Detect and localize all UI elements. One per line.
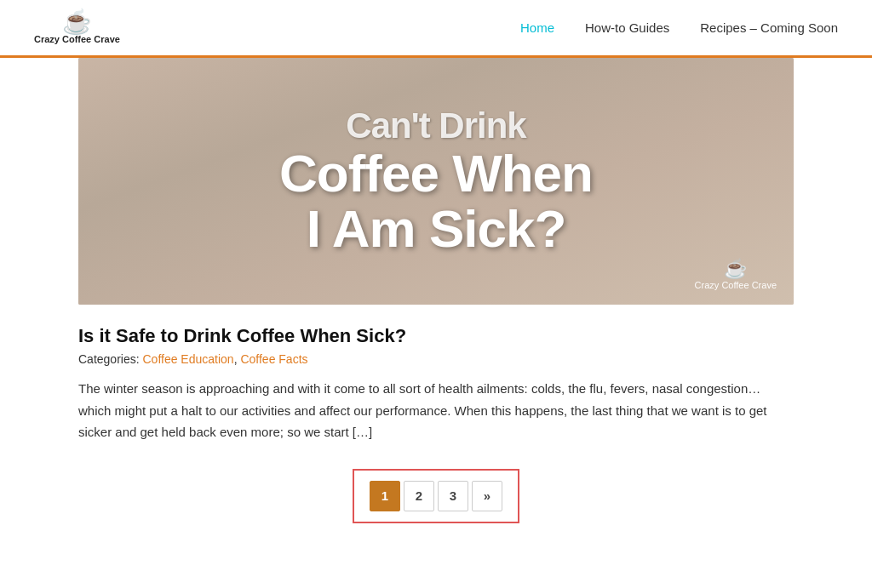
logo-text: Crazy Coffee Crave — [34, 34, 120, 45]
site-logo[interactable]: ☕ Crazy Coffee Crave — [34, 10, 120, 45]
page-button-1[interactable]: 1 — [370, 481, 400, 511]
site-header: ☕ Crazy Coffee Crave Home How-to Guides … — [0, 0, 872, 58]
hero-text-container: Can't Drink Coffee When I Am Sick? — [78, 58, 794, 305]
watermark-icon: ☕ — [724, 258, 747, 280]
watermark-text: Crazy Coffee Crave — [695, 280, 777, 291]
page-button-3[interactable]: 3 — [438, 481, 468, 511]
article-excerpt: The winter season is approaching and wit… — [78, 378, 794, 443]
categories-label: Categories: — [78, 352, 140, 366]
hero-top-text: Can't Drink — [346, 106, 525, 146]
categories-line: Categories: Coffee Education, Coffee Fac… — [78, 352, 794, 366]
pagination-box: 1 2 3 » — [353, 469, 519, 523]
page-button-2[interactable]: 2 — [404, 481, 434, 511]
category-coffee-education[interactable]: Coffee Education — [142, 352, 233, 366]
pagination-wrapper: 1 2 3 » — [78, 469, 794, 523]
page-button-next[interactable]: » — [472, 481, 502, 511]
main-content: Can't Drink Coffee When I Am Sick? ☕ Cra… — [53, 58, 819, 557]
category-coffee-facts[interactable]: Coffee Facts — [240, 352, 307, 366]
hero-main-text-line1: Coffee When — [279, 146, 593, 201]
hero-main-text-line2: I Am Sick? — [307, 201, 566, 256]
nav-recipes[interactable]: Recipes – Coming Soon — [700, 20, 838, 35]
hero-image: Can't Drink Coffee When I Am Sick? ☕ Cra… — [78, 58, 794, 305]
nav-home[interactable]: Home — [520, 20, 554, 35]
hero-watermark: ☕ Crazy Coffee Crave — [695, 258, 777, 291]
nav-how-to-guides[interactable]: How-to Guides — [585, 20, 669, 35]
article-title: Is it Safe to Drink Coffee When Sick? — [78, 325, 794, 347]
main-nav: Home How-to Guides Recipes – Coming Soon — [520, 20, 838, 35]
logo-icon: ☕ — [62, 10, 92, 34]
